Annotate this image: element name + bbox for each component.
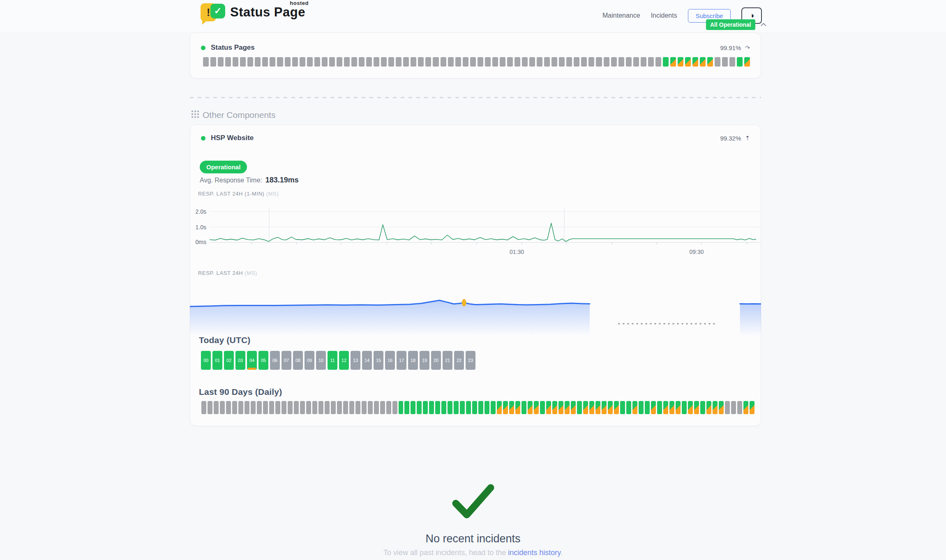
api-component-card: Status Pages 99.91% ↷ (190, 32, 761, 78)
daily-uptime-bar (552, 401, 557, 414)
uptime-bar (240, 57, 246, 67)
uptime-bar (641, 57, 646, 67)
daily-uptime-bar (750, 401, 754, 414)
logo-superscript: hosted (290, 0, 309, 6)
uptime-bar (329, 57, 335, 67)
hsp-website-card: HSP Website 99.32% ⇡ Operational Avg. Re… (190, 124, 761, 426)
uptime-bar (537, 57, 542, 67)
uptime-bar (314, 57, 320, 67)
chart2-label: RESP. LAST 24H (MS) (198, 270, 257, 276)
hour-block: 01 (212, 351, 222, 370)
uptime-bar (581, 57, 587, 67)
section-divider (190, 97, 761, 98)
incidents-subtitle: To view all past incidents, head to the … (0, 548, 946, 557)
chevron-up-icon[interactable] (760, 23, 767, 27)
overall-status-badge: All Operational (706, 19, 755, 30)
contrast-icon: ◑ (750, 11, 754, 20)
daily-uptime-bar (565, 401, 570, 414)
hour-block: 05 (258, 351, 268, 370)
uptime-bar (403, 57, 409, 67)
nav-incidents[interactable]: Incidents (651, 12, 677, 19)
uptime-trend-icon: ↷ (745, 44, 750, 51)
daily-uptime-bar (281, 401, 286, 414)
daily-uptime-bar (497, 401, 502, 414)
uptime-bar (425, 57, 431, 67)
hour-block: 09 (305, 351, 314, 370)
daily-uptime-bar (257, 401, 262, 414)
uptime-bar (648, 57, 654, 67)
nav-maintenance[interactable]: Maintenance (602, 12, 640, 19)
daily-uptime-bar (626, 401, 631, 414)
uptime-percentage: 99.91% (720, 44, 741, 51)
daily-uptime-bar (245, 401, 249, 414)
daily-uptime-bar (485, 401, 489, 414)
daily-uptime-bar (343, 401, 348, 414)
uptime-bar (670, 57, 676, 67)
hour-block: 23 (466, 351, 475, 370)
grid-icon (192, 110, 199, 120)
section-title-other-components: Other Components (192, 110, 275, 120)
uptime-bar (374, 57, 379, 67)
uptime-bar (707, 57, 713, 67)
logo-title: Status Page (230, 5, 305, 19)
daily-uptime-bar (620, 401, 625, 414)
hour-block: 11 (328, 351, 337, 370)
daily-uptime-bar (429, 401, 434, 414)
daily-uptime-bar (399, 401, 404, 414)
daily-uptime-bar (639, 401, 644, 414)
hour-block: 03 (235, 351, 245, 370)
daily-uptime-bar (263, 401, 268, 414)
daily-uptime-bar (663, 401, 668, 414)
daily-uptime-bar (472, 401, 477, 414)
hour-block: 13 (351, 351, 360, 370)
uptime-bar (225, 57, 231, 67)
daily-uptime-bar (676, 401, 681, 414)
daily-uptime-bar (595, 401, 600, 414)
uptime-bar (522, 57, 528, 67)
header: ! ✓ Status Page hosted Maintenance Incid… (0, 0, 946, 32)
uptime-bar (203, 57, 209, 67)
daily-uptime-bar (300, 401, 305, 414)
uptime-bar (292, 57, 298, 67)
daily-uptime-bar (583, 401, 588, 414)
daily-uptime-bar (417, 401, 422, 414)
component-name: Status Pages (211, 44, 255, 52)
uptime-bar (233, 57, 238, 67)
daily-uptime-bar (608, 401, 613, 414)
uptime-bar (626, 57, 632, 67)
daily-uptime-bar (374, 401, 379, 414)
hour-block: 15 (374, 351, 383, 370)
status-dot (201, 46, 205, 50)
incidents-history-link[interactable]: incidents history (508, 548, 561, 557)
logo[interactable]: ! ✓ Status Page hosted (201, 3, 305, 21)
uptime-bar (551, 57, 557, 67)
uptime-bar (700, 57, 706, 67)
daily-uptime-bar (337, 401, 342, 414)
daily-uptime-bar (725, 401, 730, 414)
daily-uptime-bar (312, 401, 317, 414)
uptime-bar (500, 57, 505, 67)
uptime-bar (492, 57, 498, 67)
uptime-bar (678, 57, 683, 67)
daily-uptime-bar (380, 401, 385, 414)
uptime-bar (596, 57, 602, 67)
daily-uptime-bar (368, 401, 373, 414)
hour-block: 04 (247, 351, 257, 370)
uptime-bar (433, 57, 438, 67)
status-dot (201, 136, 205, 141)
uptime-bar (448, 57, 454, 67)
response-time-chart-1min: 2.0s1.0s0ms01:3009:30 (190, 207, 761, 263)
uptime-bar (655, 57, 661, 67)
daily-uptime-bar (688, 401, 693, 414)
uptime-bar (344, 57, 350, 67)
daily-uptime-bar (577, 401, 582, 414)
uptime-bar (574, 57, 579, 67)
daily-uptime-bar (651, 401, 656, 414)
uptime-bar (744, 57, 750, 67)
daily-uptime-bar (318, 401, 323, 414)
daily-uptime-bar (602, 401, 607, 414)
daily-uptime-bar (645, 401, 650, 414)
uptime-bar (441, 57, 446, 67)
uptime-bar (470, 57, 476, 67)
uptime-bar (218, 57, 224, 67)
